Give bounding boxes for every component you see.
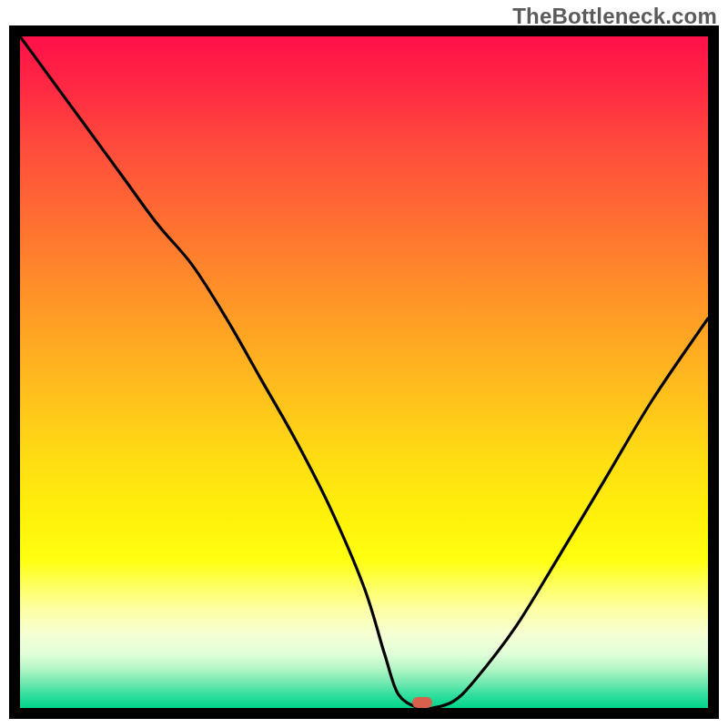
watermark-text: TheBottleneck.com — [512, 4, 717, 29]
plot-area — [9, 25, 719, 719]
bottleneck-curve — [20, 36, 708, 708]
optimal-point-marker — [412, 697, 432, 708]
chart-frame: TheBottleneck.com — [0, 0, 728, 728]
